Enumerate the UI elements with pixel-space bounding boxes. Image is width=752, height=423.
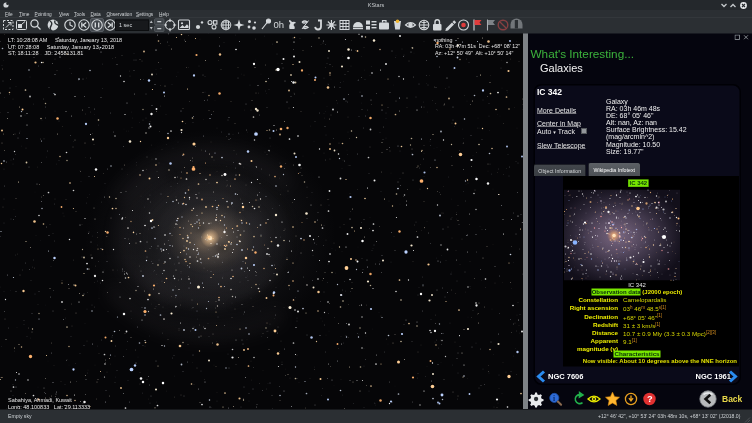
- svg-text:Back: Back: [722, 394, 743, 404]
- svg-text:0h: 0h: [274, 19, 285, 30]
- svg-text:i: i: [553, 394, 555, 403]
- svg-text:?: ?: [647, 394, 653, 404]
